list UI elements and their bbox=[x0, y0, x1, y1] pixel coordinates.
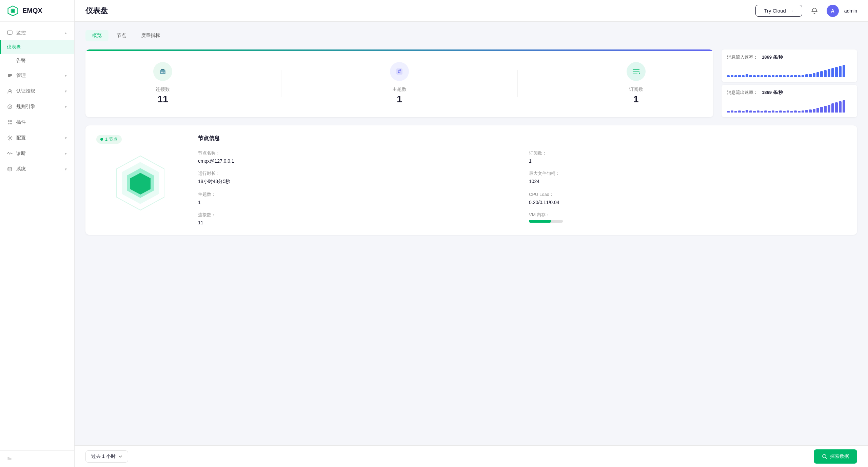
svg-point-8 bbox=[11, 90, 12, 92]
chart-bar bbox=[839, 66, 842, 77]
topics-label: 主题数 bbox=[392, 86, 407, 93]
chart-bar bbox=[761, 75, 763, 77]
rule-icon bbox=[7, 104, 13, 110]
sidebar-item-plugin[interactable]: 插件 bbox=[0, 115, 74, 129]
chart-bar bbox=[794, 110, 797, 113]
node-status-dot bbox=[100, 138, 103, 141]
node-info-grid: 节点名称： emqx@127.0.0.1 订阅数： 1 运行时长： 18小时43… bbox=[198, 150, 846, 225]
chart-bar bbox=[742, 75, 745, 77]
divider-2 bbox=[517, 70, 518, 97]
sidebar-item-alert[interactable]: 告警 bbox=[0, 54, 74, 67]
svg-point-18 bbox=[161, 72, 162, 73]
auth-chevron: ▼ bbox=[64, 89, 67, 93]
monitor-icon bbox=[7, 30, 13, 36]
connections-icon bbox=[158, 67, 167, 76]
chart-bar bbox=[805, 110, 808, 113]
monitor-chevron: ▲ bbox=[64, 31, 67, 35]
sidebar-item-dashboard[interactable]: 仪表盘 bbox=[0, 40, 74, 54]
config-chevron: ▼ bbox=[64, 136, 67, 140]
system-chevron: ▼ bbox=[64, 167, 67, 171]
sidebar-item-system[interactable]: 系统 ▼ bbox=[0, 162, 74, 176]
node-cpu-item: CPU Load： 0.20/0.11/0.04 bbox=[529, 191, 846, 205]
node-name-item: 节点名称： emqx@127.0.0.1 bbox=[198, 150, 515, 164]
chart-bar bbox=[738, 110, 741, 113]
notification-bell[interactable] bbox=[808, 4, 821, 18]
user-name[interactable]: admin bbox=[844, 8, 857, 14]
chart-bar bbox=[783, 111, 786, 113]
logo-text: EMQX bbox=[22, 7, 42, 15]
user-avatar[interactable]: A bbox=[827, 5, 839, 17]
subscriptions-icon-wrap bbox=[627, 62, 646, 81]
chart-bar bbox=[813, 73, 815, 77]
sidebar-collapse[interactable] bbox=[0, 450, 74, 467]
svg-text:#: # bbox=[398, 68, 401, 74]
try-cloud-arrow: → bbox=[789, 8, 794, 14]
outflow-value: 1869 条/秒 bbox=[762, 89, 783, 96]
connections-value: 11 bbox=[156, 94, 170, 105]
chart-bar bbox=[843, 100, 845, 113]
try-cloud-button[interactable]: Try Cloud → bbox=[755, 5, 802, 17]
explore-label: 探索数据 bbox=[830, 453, 849, 460]
sidebar-item-diagnose[interactable]: 诊断 ▼ bbox=[0, 146, 74, 161]
chart-bar bbox=[787, 110, 789, 113]
hexagon-svg bbox=[110, 153, 171, 214]
chart-bar bbox=[798, 111, 801, 113]
subscriptions-value: 1 bbox=[629, 94, 643, 105]
topics-icon: # bbox=[395, 67, 404, 76]
sidebar-item-rule[interactable]: 规则引擎 ▼ bbox=[0, 100, 74, 114]
config-icon bbox=[7, 135, 13, 141]
tab-overview[interactable]: 概览 bbox=[85, 30, 108, 41]
time-range-select[interactable]: 过去 1 小时 bbox=[85, 450, 128, 463]
chart-bar bbox=[753, 111, 756, 113]
chevron-down-icon bbox=[118, 454, 122, 459]
diagnose-icon bbox=[7, 150, 13, 157]
svg-marker-26 bbox=[639, 72, 640, 74]
node-connections-val: 11 bbox=[198, 220, 515, 225]
chart-bar bbox=[816, 108, 819, 113]
topics-icon-wrap: # bbox=[390, 62, 409, 81]
chart-bar bbox=[820, 71, 823, 77]
sidebar-nav: 监控 ▲ 仪表盘 告警 管理 ▼ bbox=[0, 22, 74, 450]
chart-bar bbox=[734, 111, 737, 113]
sidebar-item-auth[interactable]: 认证授权 ▼ bbox=[0, 84, 74, 98]
svg-rect-17 bbox=[161, 69, 164, 70]
svg-rect-11 bbox=[10, 120, 12, 122]
chart-bar bbox=[734, 75, 737, 77]
svg-rect-23 bbox=[633, 69, 639, 70]
chart-bar bbox=[831, 103, 834, 113]
chart-bar bbox=[772, 75, 774, 78]
auth-icon bbox=[7, 88, 13, 94]
sidebar-item-config[interactable]: 配置 ▼ bbox=[0, 131, 74, 145]
node-hexagon bbox=[96, 149, 184, 217]
node-maxfds-key: 最大文件句柄： bbox=[529, 170, 846, 177]
plugin-label: 插件 bbox=[16, 119, 67, 125]
svg-rect-5 bbox=[8, 75, 12, 76]
node-badge: 1 节点 bbox=[96, 135, 122, 144]
inflow-value: 1869 条/秒 bbox=[762, 54, 783, 60]
tab-metrics[interactable]: 度量指标 bbox=[134, 30, 167, 41]
explore-data-button[interactable]: 探索数据 bbox=[814, 449, 857, 464]
node-uptime-val: 18小时43分5秒 bbox=[198, 179, 515, 185]
nav-group-system: 系统 ▼ bbox=[0, 162, 74, 176]
stats-card: 连接数 11 # 主题数 1 bbox=[85, 49, 713, 117]
time-range-label: 过去 1 小时 bbox=[91, 453, 116, 460]
subscriptions-icon bbox=[631, 67, 641, 76]
vm-bar-track bbox=[529, 220, 563, 223]
sidebar: EMQX 监控 ▲ 仪表盘 告警 bbox=[0, 0, 75, 467]
chart-bar bbox=[820, 107, 823, 113]
chart-bar bbox=[824, 70, 827, 77]
chart-bar bbox=[757, 75, 760, 78]
chart-bar bbox=[738, 75, 741, 78]
chart-bar bbox=[779, 75, 782, 78]
tab-nodes[interactable]: 节点 bbox=[110, 30, 133, 41]
sidebar-item-monitor[interactable]: 监控 ▲ bbox=[0, 26, 74, 40]
chart-bar bbox=[761, 111, 763, 113]
chart-bar bbox=[746, 74, 748, 77]
chart-bar bbox=[835, 102, 838, 113]
nav-group-rule: 规则引擎 ▼ bbox=[0, 100, 74, 114]
diagnose-chevron: ▼ bbox=[64, 152, 67, 156]
svg-rect-2 bbox=[12, 9, 14, 12]
connections-label: 连接数 bbox=[156, 86, 170, 93]
sidebar-item-manage[interactable]: 管理 ▼ bbox=[0, 68, 74, 83]
svg-point-9 bbox=[8, 105, 12, 109]
